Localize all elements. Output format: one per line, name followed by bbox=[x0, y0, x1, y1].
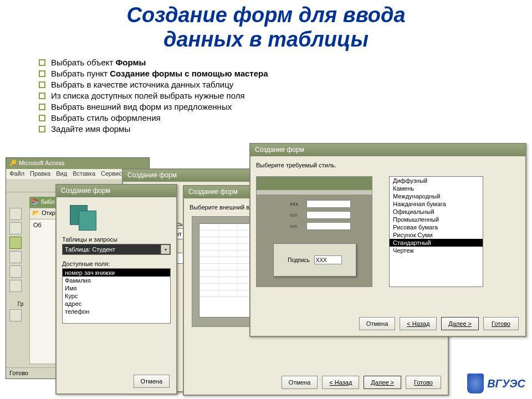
style-preview: xxx xxx xxx Подпись bbox=[256, 176, 372, 287]
sidebar-forms-icon[interactable] bbox=[9, 237, 22, 249]
sidebar-favorites-icon[interactable] bbox=[9, 309, 22, 321]
objects-sidebar[interactable]: Гр bbox=[9, 208, 32, 321]
crest-icon bbox=[467, 374, 484, 393]
preview-label: xxx bbox=[290, 201, 298, 207]
list-item[interactable]: Чертеж bbox=[390, 247, 483, 254]
bullet-icon bbox=[39, 81, 45, 88]
list-item[interactable]: Промышленный bbox=[390, 216, 483, 223]
bullet-item: Из списка доступных полей выбрать нужные… bbox=[39, 91, 532, 100]
list-item[interactable]: Рисунок Суми bbox=[390, 231, 483, 239]
dialog-title: Создание форм bbox=[250, 144, 525, 156]
wizard-icon bbox=[64, 205, 98, 232]
next-button[interactable]: Далее > bbox=[364, 376, 401, 389]
list-item[interactable]: Официальный bbox=[390, 208, 483, 216]
cancel-button[interactable]: Отмена bbox=[359, 317, 395, 330]
list-item[interactable]: Камень bbox=[390, 185, 483, 192]
slide-title: Создание форм для ввода данных в таблицы bbox=[0, 0, 532, 56]
bullet-item: Выбрать стиль оформления bbox=[39, 113, 532, 122]
dialog-style: Создание форм Выберите требуемый стиль. … bbox=[249, 143, 526, 337]
back-button[interactable]: < Назад bbox=[322, 376, 359, 389]
list-item[interactable]: Фамилия bbox=[63, 277, 170, 284]
menu-edit[interactable]: Правка bbox=[30, 170, 50, 178]
list-item[interactable]: телефон bbox=[63, 308, 170, 315]
bullet-list: Выбрать объект Формы Выбрать пункт Созда… bbox=[0, 58, 532, 141]
sidebar-macros-icon[interactable] bbox=[9, 280, 22, 292]
finish-button[interactable]: Готово bbox=[483, 317, 519, 330]
logo: ВГУЭС bbox=[467, 372, 525, 395]
menu-view[interactable]: Вид bbox=[56, 170, 67, 178]
bullet-text: Выбрать объект Формы bbox=[51, 58, 146, 67]
fields-label: Доступные поля: bbox=[62, 260, 171, 267]
sidebar-reports-icon[interactable] bbox=[9, 251, 22, 263]
cancel-button[interactable]: Отмена bbox=[134, 375, 170, 388]
groups-label: Гр bbox=[9, 301, 32, 307]
bullet-icon bbox=[39, 115, 45, 121]
back-button[interactable]: < Назад bbox=[400, 317, 437, 330]
menu-insert[interactable]: Вставка bbox=[73, 170, 95, 178]
bullet-item: Выбрать пункт Создание формы с помощью м… bbox=[39, 69, 532, 78]
bullet-icon bbox=[39, 70, 45, 77]
dialog-fields: Создание форм Таблицы и запросы Таблица:… bbox=[55, 184, 177, 395]
fields-listbox[interactable]: номер зач книжки Фамилия Имя Курс адрес … bbox=[62, 268, 171, 324]
preview-panel-label: Подпись bbox=[288, 257, 310, 263]
bullet-text: Выбрать стиль оформления bbox=[51, 113, 161, 122]
dialog-title: Создание форм bbox=[123, 170, 265, 182]
bullet-icon bbox=[39, 104, 45, 110]
tables-combo[interactable]: Таблица: Студент▾ bbox=[62, 244, 171, 255]
list-item[interactable]: Стандартный bbox=[390, 239, 483, 247]
bullet-text: Выбрать пункт Создание формы с помощью м… bbox=[51, 69, 268, 78]
dialog-prompt: Выберите требуемый стиль. bbox=[256, 162, 520, 168]
bullet-item: Выбрать внешний вид форм из предложенных bbox=[39, 102, 532, 111]
sidebar-tables-icon[interactable] bbox=[9, 208, 22, 220]
bullet-icon bbox=[39, 93, 45, 99]
menu-file[interactable]: Файл bbox=[9, 170, 24, 178]
list-item[interactable]: Диффузный bbox=[390, 177, 483, 185]
next-button[interactable]: Далее > bbox=[441, 317, 479, 330]
dialog-title: Создание форм bbox=[57, 185, 176, 197]
style-listbox[interactable]: Диффузный Камень Международный Наждачная… bbox=[389, 176, 483, 287]
bullet-icon bbox=[39, 59, 45, 66]
bullet-text: Из списка доступных полей выбрать нужные… bbox=[51, 91, 245, 100]
bullet-item: Выбрать объект Формы bbox=[39, 58, 532, 67]
preview-panel: Подпись bbox=[273, 243, 356, 277]
chevron-down-icon[interactable]: ▾ bbox=[161, 245, 170, 254]
list-item[interactable]: адрес bbox=[63, 300, 170, 308]
list-item[interactable]: Курс bbox=[63, 292, 170, 300]
tables-label: Таблицы и запросы bbox=[62, 236, 171, 243]
bullet-text: Выбрать в качестве источника данных табл… bbox=[51, 80, 233, 89]
bullet-text: Задайте имя формы bbox=[51, 124, 130, 134]
sidebar-pages-icon[interactable] bbox=[9, 265, 22, 278]
tables-combo-value: Таблица: Студент bbox=[65, 246, 115, 253]
menu-tools[interactable]: Сервис bbox=[101, 170, 122, 178]
list-item[interactable]: Международный bbox=[390, 192, 483, 200]
access-titlebar: 🔑 Microsoft Access bbox=[6, 158, 149, 169]
bullet-icon bbox=[39, 126, 45, 132]
sidebar-queries-icon[interactable] bbox=[9, 222, 22, 234]
bullet-text: Выбрать внешний вид форм из предложенных bbox=[51, 102, 232, 111]
open-button[interactable]: 📂 Откр bbox=[30, 208, 58, 219]
finish-button[interactable]: Готово bbox=[406, 376, 441, 389]
preview-label: xxx bbox=[290, 223, 298, 229]
list-item[interactable]: номер зач книжки bbox=[63, 269, 170, 277]
list-item[interactable]: Наждачная бумага bbox=[390, 200, 483, 208]
bullet-item: Выбрать в качестве источника данных табл… bbox=[39, 80, 532, 89]
preview-panel-input bbox=[314, 255, 342, 264]
cancel-button[interactable]: Отмена bbox=[282, 376, 318, 389]
preview-label: xxx bbox=[290, 212, 298, 218]
list-item[interactable]: Рисовая бумага bbox=[390, 223, 483, 231]
list-item[interactable]: Имя bbox=[63, 284, 170, 292]
bullet-item: Задайте имя формы bbox=[39, 124, 532, 134]
